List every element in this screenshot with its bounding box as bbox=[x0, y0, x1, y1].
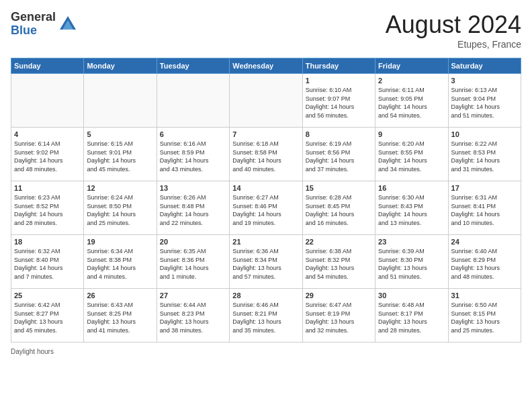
table-row: 21Sunrise: 6:36 AM Sunset: 8:34 PM Dayli… bbox=[230, 235, 302, 289]
day-number: 12 bbox=[87, 184, 153, 192]
day-number: 23 bbox=[378, 238, 445, 246]
table-row: 8Sunrise: 6:19 AM Sunset: 8:56 PM Daylig… bbox=[302, 128, 375, 181]
table-row: 27Sunrise: 6:44 AM Sunset: 8:23 PM Dayli… bbox=[157, 289, 229, 342]
table-row: 13Sunrise: 6:26 AM Sunset: 8:48 PM Dayli… bbox=[157, 181, 229, 235]
day-info: Sunrise: 6:36 AM Sunset: 8:34 PM Dayligh… bbox=[232, 247, 299, 281]
day-info: Sunrise: 6:28 AM Sunset: 8:45 PM Dayligh… bbox=[306, 193, 372, 227]
day-info: Sunrise: 6:10 AM Sunset: 9:07 PM Dayligh… bbox=[306, 86, 372, 120]
day-number: 31 bbox=[451, 291, 518, 300]
table-row: 29Sunrise: 6:47 AM Sunset: 8:19 PM Dayli… bbox=[302, 289, 375, 342]
day-info: Sunrise: 6:30 AM Sunset: 8:43 PM Dayligh… bbox=[378, 193, 445, 227]
day-number: 2 bbox=[378, 77, 445, 85]
day-info: Sunrise: 6:19 AM Sunset: 8:56 PM Dayligh… bbox=[306, 140, 372, 173]
day-number: 8 bbox=[306, 130, 372, 138]
week-row-3: 11Sunrise: 6:23 AM Sunset: 8:52 PM Dayli… bbox=[11, 181, 521, 235]
table-row bbox=[157, 74, 229, 128]
header-sunday: Sunday bbox=[11, 58, 84, 74]
day-info: Sunrise: 6:14 AM Sunset: 9:02 PM Dayligh… bbox=[14, 140, 81, 173]
day-number: 6 bbox=[160, 130, 226, 138]
day-info: Sunrise: 6:24 AM Sunset: 8:50 PM Dayligh… bbox=[87, 193, 153, 227]
day-info: Sunrise: 6:11 AM Sunset: 9:05 PM Dayligh… bbox=[378, 86, 445, 120]
table-row bbox=[84, 74, 157, 128]
table-row: 9Sunrise: 6:20 AM Sunset: 8:55 PM Daylig… bbox=[375, 128, 448, 181]
day-number: 29 bbox=[306, 291, 372, 300]
table-row: 2Sunrise: 6:11 AM Sunset: 9:05 PM Daylig… bbox=[375, 74, 448, 128]
day-info: Sunrise: 6:47 AM Sunset: 8:19 PM Dayligh… bbox=[306, 301, 372, 334]
header-saturday: Saturday bbox=[448, 58, 521, 74]
day-info: Sunrise: 6:44 AM Sunset: 8:23 PM Dayligh… bbox=[160, 301, 226, 334]
table-row: 18Sunrise: 6:32 AM Sunset: 8:40 PM Dayli… bbox=[11, 235, 84, 289]
day-number: 18 bbox=[14, 238, 81, 246]
day-number: 3 bbox=[451, 77, 518, 85]
table-row: 7Sunrise: 6:18 AM Sunset: 8:58 PM Daylig… bbox=[230, 128, 302, 181]
week-row-4: 18Sunrise: 6:32 AM Sunset: 8:40 PM Dayli… bbox=[11, 235, 521, 289]
day-number: 13 bbox=[160, 184, 226, 192]
table-row: 23Sunrise: 6:39 AM Sunset: 8:30 PM Dayli… bbox=[375, 235, 448, 289]
day-info: Sunrise: 6:18 AM Sunset: 8:58 PM Dayligh… bbox=[232, 140, 299, 173]
day-info: Sunrise: 6:39 AM Sunset: 8:30 PM Dayligh… bbox=[378, 247, 445, 281]
day-info: Sunrise: 6:23 AM Sunset: 8:52 PM Dayligh… bbox=[14, 193, 81, 227]
day-info: Sunrise: 6:38 AM Sunset: 8:32 PM Dayligh… bbox=[306, 247, 372, 281]
day-info: Sunrise: 6:42 AM Sunset: 8:27 PM Dayligh… bbox=[14, 301, 81, 334]
header-tuesday: Tuesday bbox=[157, 58, 229, 74]
day-info: Sunrise: 6:34 AM Sunset: 8:38 PM Dayligh… bbox=[87, 247, 153, 281]
logo-icon bbox=[58, 15, 77, 34]
day-info: Sunrise: 6:48 AM Sunset: 8:17 PM Dayligh… bbox=[378, 301, 445, 334]
day-number: 15 bbox=[306, 184, 372, 192]
day-info: Sunrise: 6:32 AM Sunset: 8:40 PM Dayligh… bbox=[14, 247, 81, 281]
day-number: 4 bbox=[14, 130, 81, 138]
table-row: 20Sunrise: 6:35 AM Sunset: 8:36 PM Dayli… bbox=[157, 235, 229, 289]
day-number: 19 bbox=[87, 238, 153, 246]
table-row: 31Sunrise: 6:50 AM Sunset: 8:15 PM Dayli… bbox=[448, 289, 521, 342]
day-number: 10 bbox=[451, 130, 518, 138]
calendar-header-row: SundayMondayTuesdayWednesdayThursdayFrid… bbox=[11, 58, 521, 74]
day-number: 20 bbox=[160, 238, 226, 246]
logo-general: General bbox=[11, 11, 56, 24]
day-number: 28 bbox=[232, 291, 299, 300]
day-number: 11 bbox=[14, 184, 81, 192]
table-row: 19Sunrise: 6:34 AM Sunset: 8:38 PM Dayli… bbox=[84, 235, 157, 289]
table-row: 1Sunrise: 6:10 AM Sunset: 9:07 PM Daylig… bbox=[302, 74, 375, 128]
table-row: 26Sunrise: 6:43 AM Sunset: 8:25 PM Dayli… bbox=[84, 289, 157, 342]
day-info: Sunrise: 6:26 AM Sunset: 8:48 PM Dayligh… bbox=[160, 193, 226, 227]
table-row: 17Sunrise: 6:31 AM Sunset: 8:41 PM Dayli… bbox=[448, 181, 521, 235]
day-info: Sunrise: 6:40 AM Sunset: 8:29 PM Dayligh… bbox=[451, 247, 518, 281]
day-info: Sunrise: 6:13 AM Sunset: 9:04 PM Dayligh… bbox=[451, 86, 518, 120]
table-row: 4Sunrise: 6:14 AM Sunset: 9:02 PM Daylig… bbox=[11, 128, 84, 181]
logo-blue: Blue bbox=[11, 24, 56, 38]
week-row-1: 1Sunrise: 6:10 AM Sunset: 9:07 PM Daylig… bbox=[11, 74, 521, 128]
table-row: 25Sunrise: 6:42 AM Sunset: 8:27 PM Dayli… bbox=[11, 289, 84, 342]
table-row: 10Sunrise: 6:22 AM Sunset: 8:53 PM Dayli… bbox=[448, 128, 521, 181]
page-header: General Blue August 2024 Etupes, France bbox=[11, 11, 521, 50]
day-info: Sunrise: 6:27 AM Sunset: 8:46 PM Dayligh… bbox=[232, 193, 299, 227]
table-row: 24Sunrise: 6:40 AM Sunset: 8:29 PM Dayli… bbox=[448, 235, 521, 289]
day-number: 21 bbox=[232, 238, 299, 246]
month-year: August 2024 bbox=[386, 11, 521, 39]
table-row: 16Sunrise: 6:30 AM Sunset: 8:43 PM Dayli… bbox=[375, 181, 448, 235]
day-info: Sunrise: 6:20 AM Sunset: 8:55 PM Dayligh… bbox=[378, 140, 445, 173]
day-number: 27 bbox=[160, 291, 226, 300]
day-number: 5 bbox=[87, 130, 153, 138]
day-info: Sunrise: 6:15 AM Sunset: 9:01 PM Dayligh… bbox=[87, 140, 153, 173]
day-number: 1 bbox=[306, 77, 372, 85]
table-row: 28Sunrise: 6:46 AM Sunset: 8:21 PM Dayli… bbox=[230, 289, 302, 342]
table-row: 12Sunrise: 6:24 AM Sunset: 8:50 PM Dayli… bbox=[84, 181, 157, 235]
day-info: Sunrise: 6:43 AM Sunset: 8:25 PM Dayligh… bbox=[87, 301, 153, 334]
day-number: 30 bbox=[378, 291, 445, 300]
header-wednesday: Wednesday bbox=[230, 58, 302, 74]
day-number: 24 bbox=[451, 238, 518, 246]
day-info: Sunrise: 6:31 AM Sunset: 8:41 PM Dayligh… bbox=[451, 193, 518, 227]
day-info: Sunrise: 6:50 AM Sunset: 8:15 PM Dayligh… bbox=[451, 301, 518, 334]
logo: General Blue bbox=[11, 11, 77, 38]
table-row: 3Sunrise: 6:13 AM Sunset: 9:04 PM Daylig… bbox=[448, 74, 521, 128]
table-row: 15Sunrise: 6:28 AM Sunset: 8:45 PM Dayli… bbox=[302, 181, 375, 235]
table-row: 11Sunrise: 6:23 AM Sunset: 8:52 PM Dayli… bbox=[11, 181, 84, 235]
header-friday: Friday bbox=[375, 58, 448, 74]
table-row: 6Sunrise: 6:16 AM Sunset: 8:59 PM Daylig… bbox=[157, 128, 229, 181]
day-number: 14 bbox=[232, 184, 299, 192]
day-info: Sunrise: 6:35 AM Sunset: 8:36 PM Dayligh… bbox=[160, 247, 226, 281]
table-row bbox=[230, 74, 302, 128]
day-info: Sunrise: 6:22 AM Sunset: 8:53 PM Dayligh… bbox=[451, 140, 518, 173]
day-number: 26 bbox=[87, 291, 153, 300]
footer: Daylight hours bbox=[11, 348, 521, 355]
